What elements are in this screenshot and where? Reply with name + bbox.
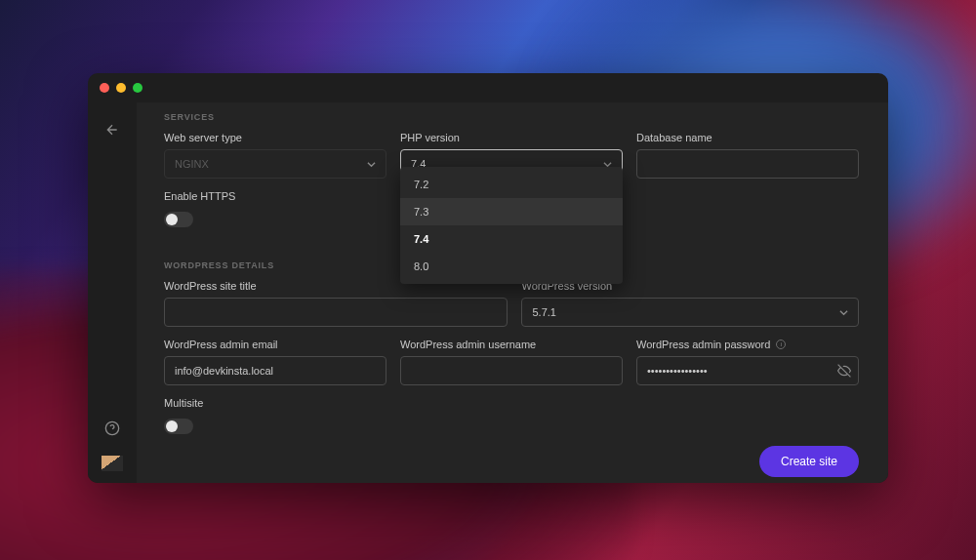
app-window: SERVICES Web server type NGINX PHP versi… [88, 73, 888, 483]
main-panel: SERVICES Web server type NGINX PHP versi… [137, 102, 888, 483]
php-option[interactable]: 8.0 [400, 253, 623, 280]
webserver-select[interactable]: NGINX [164, 149, 386, 179]
php-option[interactable]: 7.4 [400, 225, 623, 253]
titlebar [88, 73, 888, 102]
window-close-button[interactable] [100, 83, 109, 93]
info-icon[interactable]: i [776, 340, 786, 349]
window-minimize-button[interactable] [116, 83, 126, 93]
php-option[interactable]: 7.2 [400, 171, 623, 198]
dbname-label: Database name [636, 132, 859, 143]
section-services-label: SERVICES [164, 112, 859, 122]
wp-user-label: WordPress admin username [400, 339, 623, 350]
php-label: PHP version [400, 132, 623, 143]
wp-title-input[interactable] [164, 298, 508, 327]
wp-pass-input[interactable] [636, 356, 859, 385]
sidebar [88, 102, 137, 483]
wp-user-input[interactable] [400, 356, 623, 385]
back-button[interactable] [104, 122, 120, 141]
wp-email-label: WordPress admin email [164, 339, 386, 350]
help-icon[interactable] [104, 420, 120, 440]
https-label: Enable HTTPS [164, 190, 235, 202]
wp-pass-label: WordPress admin password i [636, 339, 859, 350]
webserver-label: Web server type [164, 132, 386, 143]
https-toggle[interactable] [164, 212, 193, 227]
webserver-value: NGINX [175, 158, 209, 170]
multisite-toggle[interactable] [164, 419, 193, 434]
multisite-label: Multisite [164, 397, 203, 409]
create-site-button[interactable]: Create site [759, 446, 859, 477]
php-option[interactable]: 7.3 [400, 198, 623, 225]
php-dropdown: 7.2 7.3 7.4 8.0 [400, 167, 623, 284]
dbname-input[interactable] [636, 149, 859, 179]
window-maximize-button[interactable] [133, 83, 142, 93]
wp-version-select[interactable]: 5.7.1 [521, 298, 859, 327]
sidebar-thumbnail[interactable] [102, 456, 123, 471]
wp-version-value: 5.7.1 [532, 306, 555, 318]
wp-email-input[interactable] [164, 356, 386, 385]
chevron-down-icon [367, 160, 376, 169]
eye-off-icon[interactable] [837, 364, 851, 378]
chevron-down-icon [839, 308, 848, 317]
